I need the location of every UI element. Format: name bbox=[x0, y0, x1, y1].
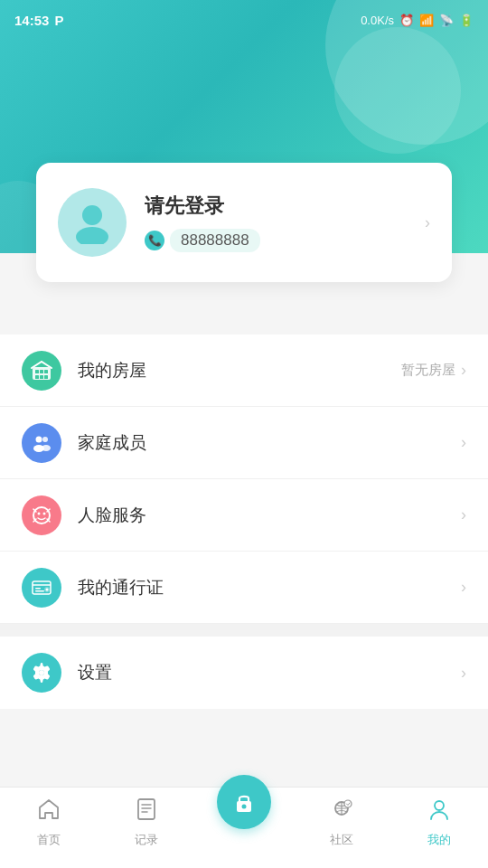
avatar-icon bbox=[69, 197, 116, 248]
menu-item-family[interactable]: 家庭成员 › bbox=[0, 407, 488, 479]
mine-label: 我的 bbox=[427, 832, 451, 848]
pass-icon-wrap bbox=[22, 568, 61, 608]
home-icon bbox=[36, 797, 61, 828]
family-arrow: › bbox=[461, 433, 466, 452]
nav-mine[interactable]: 我的 bbox=[390, 797, 488, 848]
menu-section-divider bbox=[0, 624, 488, 637]
menu-item-pass[interactable]: 我的通行证 › bbox=[0, 552, 488, 624]
svg-rect-3 bbox=[35, 370, 39, 373]
profile-phone-row: 📞 88888888 bbox=[145, 229, 418, 252]
status-time: 14:53 bbox=[14, 13, 49, 28]
svg-point-10 bbox=[42, 437, 48, 442]
nav-record[interactable]: 记录 bbox=[98, 797, 195, 848]
nav-center[interactable]: 中 bbox=[195, 791, 293, 849]
alarm-icon: ⏰ bbox=[399, 14, 414, 27]
face-label: 人脸服务 bbox=[78, 504, 461, 527]
svg-rect-4 bbox=[40, 370, 43, 373]
parking-icon: P bbox=[54, 13, 63, 28]
pass-arrow: › bbox=[461, 578, 466, 597]
community-label: 社区 bbox=[330, 832, 353, 848]
menu-item-my-house[interactable]: 我的房屋 暂无房屋 › bbox=[0, 335, 488, 407]
settings-label: 设置 bbox=[78, 661, 461, 684]
my-house-label: 我的房屋 bbox=[78, 359, 401, 382]
status-right: 0.0K/s ⏰ 📶 📡 🔋 bbox=[361, 14, 474, 27]
svg-point-13 bbox=[33, 507, 50, 524]
phone-icon: 📞 bbox=[145, 231, 164, 250]
record-icon bbox=[134, 797, 159, 828]
svg-point-22 bbox=[39, 670, 44, 675]
svg-point-0 bbox=[82, 205, 102, 225]
my-house-status: 暂无房屋 bbox=[401, 362, 455, 379]
nav-home[interactable]: 首页 bbox=[0, 797, 98, 848]
svg-point-31 bbox=[435, 801, 444, 810]
wifi-icon: 📡 bbox=[439, 14, 454, 27]
deco-circle-2 bbox=[334, 27, 461, 154]
status-bar: 14:53 P 0.0K/s ⏰ 📶 📡 🔋 bbox=[0, 0, 488, 40]
svg-rect-8 bbox=[44, 375, 48, 379]
menu-item-settings[interactable]: 设置 › bbox=[0, 637, 488, 709]
svg-point-12 bbox=[42, 445, 51, 451]
community-icon bbox=[329, 797, 354, 828]
pass-label: 我的通行证 bbox=[78, 576, 461, 599]
profile-card[interactable]: 请先登录 📞 88888888 › bbox=[36, 163, 452, 282]
nav-community[interactable]: 社区 bbox=[293, 797, 390, 848]
svg-rect-7 bbox=[40, 375, 43, 379]
svg-rect-5 bbox=[44, 370, 48, 373]
home-label: 首页 bbox=[37, 832, 61, 848]
bottom-nav: 首页 记录 中 bbox=[0, 787, 488, 868]
svg-point-1 bbox=[76, 227, 108, 244]
settings-icon-wrap bbox=[22, 653, 61, 693]
family-icon-wrap bbox=[22, 423, 61, 463]
avatar bbox=[58, 188, 127, 257]
svg-point-15 bbox=[43, 512, 46, 514]
my-house-icon-wrap bbox=[22, 351, 61, 391]
center-lock-button[interactable] bbox=[217, 775, 271, 829]
login-prompt: 请先登录 bbox=[145, 193, 418, 220]
settings-arrow: › bbox=[461, 664, 466, 683]
svg-point-21 bbox=[46, 588, 49, 590]
battery-icon: 🔋 bbox=[459, 14, 474, 27]
family-label: 家庭成员 bbox=[78, 431, 461, 455]
profile-info: 请先登录 📞 88888888 bbox=[145, 193, 418, 252]
svg-rect-19 bbox=[35, 590, 44, 592]
svg-point-30 bbox=[344, 800, 352, 807]
menu-list: 我的房屋 暂无房屋 › 家庭成员 › bbox=[0, 335, 488, 709]
profile-arrow-icon: › bbox=[425, 213, 430, 232]
network-speed: 0.0K/s bbox=[361, 14, 394, 27]
svg-point-14 bbox=[38, 512, 41, 514]
face-arrow: › bbox=[461, 505, 466, 524]
svg-point-9 bbox=[36, 436, 42, 442]
svg-rect-23 bbox=[138, 799, 155, 819]
signal-icon: 📶 bbox=[419, 14, 434, 27]
mine-icon bbox=[427, 797, 452, 828]
svg-point-28 bbox=[242, 805, 247, 809]
svg-rect-18 bbox=[35, 588, 41, 590]
my-house-arrow: › bbox=[461, 361, 466, 380]
phone-number: 88888888 bbox=[170, 229, 260, 252]
status-left: 14:53 P bbox=[14, 13, 63, 28]
menu-item-face[interactable]: 人脸服务 › bbox=[0, 479, 488, 552]
svg-rect-6 bbox=[35, 375, 39, 379]
face-icon-wrap bbox=[22, 495, 61, 535]
record-label: 记录 bbox=[135, 832, 158, 848]
